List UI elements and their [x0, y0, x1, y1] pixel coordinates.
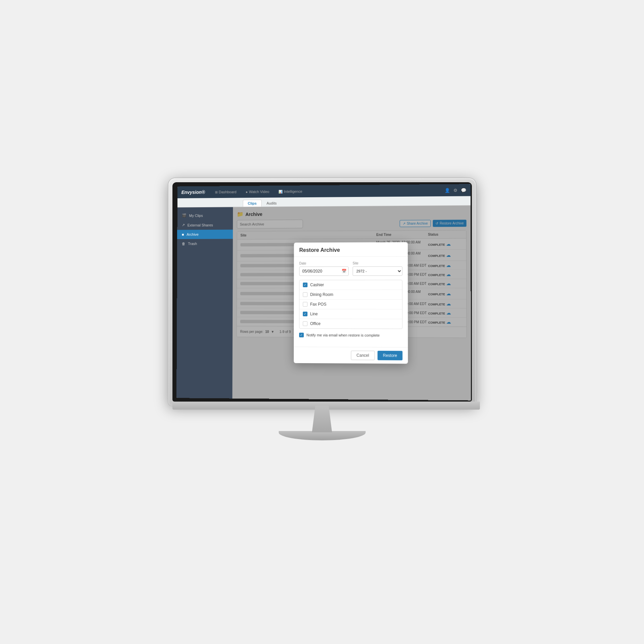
- stand-base: [279, 431, 366, 440]
- nav-item-watchvideo[interactable]: ● Watch Video: [244, 186, 271, 198]
- trash-icon: 🗑: [181, 242, 185, 246]
- form-group-date: Date 📅: [299, 261, 349, 276]
- monitor-wrapper: Envysion® ⊞ Dashboard ● Watch Video 📊 In…: [162, 178, 483, 466]
- content-area: 📁 Archive ↗ Share Archive: [232, 206, 471, 401]
- site-select[interactable]: 2972 -: [353, 266, 402, 276]
- dashboard-icon: ⊞: [215, 190, 217, 194]
- checkbox-item-faxpos[interactable]: Fax POS: [299, 299, 402, 309]
- sidebar-label-archive: Archive: [186, 232, 199, 236]
- modal-body: Date 📅 Site: [294, 256, 408, 347]
- settings-icon[interactable]: ⚙: [453, 188, 457, 193]
- screen: Envysion® ⊞ Dashboard ● Watch Video 📊 In…: [176, 184, 471, 400]
- nav-label-watchvideo: Watch Video: [249, 190, 269, 194]
- stand-neck: [305, 406, 339, 432]
- checkbox-item-diningroom[interactable]: Dining Room: [299, 290, 402, 299]
- checkbox-item-cashier[interactable]: Cashier: [299, 280, 402, 290]
- modal-restore-button[interactable]: Restore: [377, 350, 402, 360]
- nav-label-dashboard: Dashboard: [219, 190, 236, 194]
- tab-clips[interactable]: Clips: [243, 200, 261, 207]
- label-faxpos: Fax POS: [310, 302, 327, 306]
- date-label: Date: [299, 261, 349, 265]
- monitor-outer: Envysion® ⊞ Dashboard ● Watch Video 📊 In…: [168, 178, 476, 406]
- sidebar-label-trash: Trash: [188, 242, 197, 246]
- watchvideo-icon: ●: [245, 190, 247, 194]
- archive-icon: ■: [182, 232, 184, 236]
- sidebar: 🎬 My Clips ↗ External Shares ■ Archive: [176, 207, 233, 398]
- date-input[interactable]: [299, 266, 349, 276]
- nav-label-intelligence: Intelligence: [284, 189, 302, 193]
- myclips-icon: 🎬: [182, 213, 186, 218]
- notify-row: Notify me via email when restore is comp…: [299, 332, 402, 337]
- sidebar-item-archive[interactable]: ■ Archive: [177, 230, 233, 239]
- calendar-icon: 📅: [342, 269, 347, 273]
- site-label: Site: [353, 261, 402, 265]
- modal-overlay: Restore Archive Date 📅: [232, 206, 471, 401]
- checkbox-item-line[interactable]: Line: [299, 309, 402, 319]
- nav-item-intelligence[interactable]: 📊 Intelligence: [276, 185, 304, 197]
- tab-audits[interactable]: Audits: [261, 200, 281, 207]
- label-line: Line: [310, 311, 317, 316]
- tab-clips-label: Clips: [248, 201, 257, 205]
- sidebar-item-trash[interactable]: 🗑 Trash: [177, 239, 233, 248]
- sidebar-item-myclips[interactable]: 🎬 My Clips: [177, 210, 233, 220]
- sidebar-label-externalshares: External Shares: [187, 223, 213, 227]
- externalshares-icon: ↗: [182, 223, 185, 227]
- checkbox-line[interactable]: [303, 311, 307, 316]
- form-row-datesite: Date 📅 Site: [299, 261, 402, 276]
- modal-title: Restore Archive: [299, 247, 340, 252]
- restore-modal: Restore Archive Date 📅: [293, 242, 408, 364]
- checkbox-item-office[interactable]: Office: [299, 319, 402, 328]
- intelligence-icon: 📊: [278, 190, 282, 193]
- cancel-button[interactable]: Cancel: [351, 350, 375, 360]
- sidebar-item-externalshares[interactable]: ↗ External Shares: [177, 220, 233, 230]
- notify-label: Notify me via email when restore is comp…: [306, 333, 379, 337]
- checkbox-faxpos[interactable]: [303, 302, 307, 306]
- modal-header: Restore Archive: [294, 242, 408, 257]
- main-layout: 🎬 My Clips ↗ External Shares ■ Archive: [176, 206, 471, 401]
- modal-footer: Cancel Restore: [293, 346, 408, 363]
- brand-logo: Envysion®: [181, 190, 205, 195]
- checkbox-office[interactable]: [303, 321, 307, 326]
- checkbox-cashier[interactable]: [303, 283, 307, 287]
- label-diningroom: Dining Room: [310, 292, 333, 297]
- nav-item-dashboard[interactable]: ⊞ Dashboard: [213, 186, 238, 198]
- label-cashier: Cashier: [310, 283, 324, 287]
- tab-audits-label: Audits: [266, 201, 276, 205]
- label-office: Office: [310, 321, 320, 326]
- date-wrapper: 📅: [299, 266, 349, 276]
- form-group-site: Site 2972 -: [353, 261, 402, 276]
- nav-right: 👤 ⚙ 💬: [444, 188, 466, 193]
- sidebar-label-myclips: My Clips: [189, 213, 203, 217]
- camera-checkbox-list: Cashier Dining Room Fax PO: [299, 280, 402, 329]
- monitor-bezel: Envysion® ⊞ Dashboard ● Watch Video 📊 In…: [172, 182, 472, 402]
- chat-icon[interactable]: 💬: [461, 188, 466, 193]
- checkbox-notify[interactable]: [299, 332, 304, 337]
- checkbox-diningroom[interactable]: [303, 292, 307, 297]
- user-icon: 👤: [444, 188, 450, 193]
